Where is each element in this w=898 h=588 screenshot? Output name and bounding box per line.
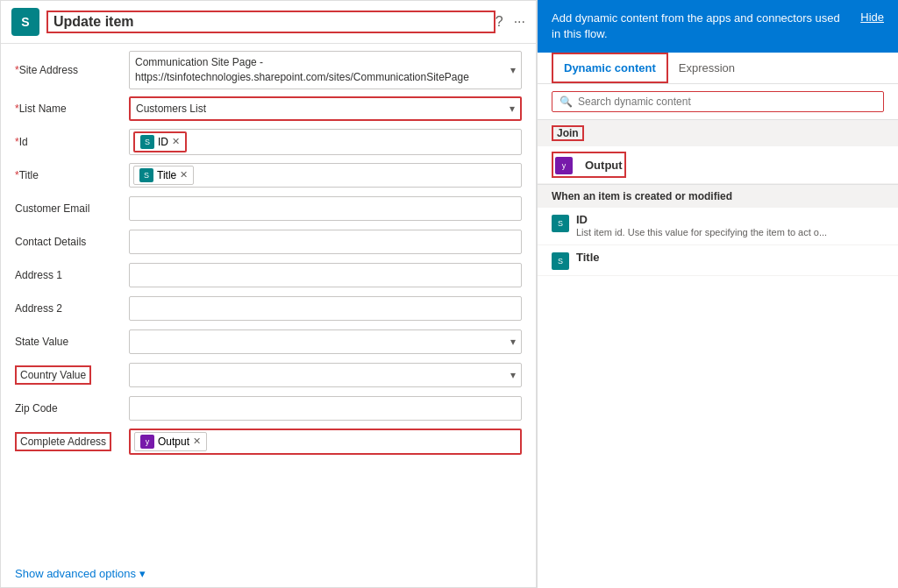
customer-email-label: Customer Email [15,202,129,215]
site-address-row: *Site Address Communication Site Page - … [15,51,522,89]
title-token-label: Title [157,169,176,181]
search-input-wrapper: 🔍 [552,91,884,112]
site-address-text: Communication Site Page - https://tsinfo… [135,55,507,85]
tab-dynamic-content[interactable]: Dynamic content [552,53,668,83]
id-dynamic-icon: S [552,215,569,232]
site-address-field[interactable]: Communication Site Page - https://tsinfo… [129,51,522,89]
address1-label: Address 1 [15,269,129,281]
state-chevron-icon: ▾ [510,336,516,348]
id-dynamic-title: ID [576,213,884,226]
panel-title: Update item [46,11,495,33]
dynamic-content-panel: Add dynamic content from the apps and co… [537,0,898,588]
join-section-label: Join [552,125,584,141]
help-button[interactable]: ? [495,14,503,30]
country-value-label: Country Value [15,369,129,381]
state-value-label: State Value [15,336,129,348]
id-row: *Id S ID ✕ [15,128,522,156]
id-field[interactable]: S ID ✕ [129,129,522,155]
advanced-options-button[interactable]: Show advanced options ▾ [1,560,536,587]
complete-address-token[interactable]: y Output ✕ [134,432,207,451]
address1-input[interactable] [129,263,522,287]
complete-address-row: Complete Address y Output ✕ [15,428,522,456]
output-item-label: Output [585,159,623,172]
contact-details-row: Contact Details [15,228,522,256]
list-name-field[interactable]: Customers List ▾ [129,96,522,121]
complete-address-token-label: Output [158,436,189,448]
hide-button[interactable]: Hide [860,11,884,24]
tab-expression[interactable]: Expression [668,54,745,81]
title-dynamic-item[interactable]: S Title [538,245,898,276]
title-dynamic-content: Title [576,251,884,264]
title-row: *Title S Title ✕ [15,161,522,189]
state-value-select[interactable]: ▾ [129,329,522,354]
more-options-button[interactable]: ··· [514,14,525,30]
update-item-panel: S Update item ? ··· *Site Address Commun… [0,0,537,588]
zip-code-label: Zip Code [15,402,129,414]
complete-address-label: Complete Address [15,436,129,448]
country-chevron-icon: ▾ [510,369,516,381]
zip-code-row: Zip Code [15,394,522,422]
dynamic-content-header: Add dynamic content from the apps and co… [538,0,898,53]
panel-header: S Update item ? ··· [1,1,536,44]
dynamic-content-description: Add dynamic content from the apps and co… [552,11,850,42]
list-name-value: Customers List [136,103,206,115]
output-item[interactable]: y Output [538,146,898,184]
state-value-row: State Value ▾ [15,328,522,356]
form-body: *Site Address Communication Site Page - … [1,44,536,560]
join-section: Join y Output [538,120,898,185]
zip-code-input[interactable] [129,396,522,421]
contact-details-label: Contact Details [15,236,129,248]
dynamic-list: Join y Output When an item is created or… [538,120,898,588]
search-box: 🔍 [538,84,898,120]
advanced-options-chevron-icon: ▾ [139,567,146,580]
search-input[interactable] [578,96,876,108]
id-dynamic-desc: List item id. Use this value for specify… [576,226,884,238]
header-actions: ? ··· [495,14,525,30]
site-address-chevron: ▾ [510,64,516,76]
customer-email-row: Customer Email [15,195,522,223]
output-item-icon: y [555,157,573,174]
title-token-icon: S [139,168,153,182]
title-dynamic-icon: S [552,252,569,270]
id-dynamic-content: ID List item id. Use this value for spec… [576,213,884,238]
join-section-header: Join [538,120,898,146]
title-token[interactable]: S Title ✕ [133,166,194,185]
id-token-icon: S [140,135,154,149]
contact-details-input[interactable] [129,230,522,254]
customer-email-input[interactable] [129,196,522,221]
complete-address-token-icon: y [140,435,154,449]
list-name-chevron: ▾ [510,103,515,115]
advanced-options-label: Show advanced options [15,567,136,580]
address1-row: Address 1 [15,261,522,289]
id-label: *Id [15,136,129,148]
address2-label: Address 2 [15,302,129,315]
connector-icon: S [11,8,39,36]
id-dynamic-item[interactable]: S ID List item id. Use this value for sp… [538,208,898,244]
when-section-label: When an item is created or modified [552,190,732,202]
title-label: *Title [15,169,129,181]
when-section-header: When an item is created or modified [538,185,898,208]
id-token-label: ID [158,136,168,148]
id-token[interactable]: S ID ✕ [133,131,187,152]
country-value-select[interactable]: ▾ [129,363,522,387]
title-field[interactable]: S Title ✕ [129,163,522,188]
address2-row: Address 2 [15,294,522,322]
complete-address-token-remove[interactable]: ✕ [193,436,201,447]
list-name-label: *List Name [15,103,129,115]
list-name-row: *List Name Customers List ▾ [15,95,522,123]
country-value-row: Country Value ▾ [15,361,522,389]
title-dynamic-title: Title [576,251,884,264]
complete-address-field[interactable]: y Output ✕ [129,429,522,455]
search-icon: 🔍 [559,96,573,108]
title-token-remove[interactable]: ✕ [180,169,188,181]
id-token-remove[interactable]: ✕ [172,136,180,147]
dynamic-tabs: Dynamic content Expression [538,53,898,84]
address2-input[interactable] [129,296,522,321]
site-address-label: *Site Address [15,64,129,76]
